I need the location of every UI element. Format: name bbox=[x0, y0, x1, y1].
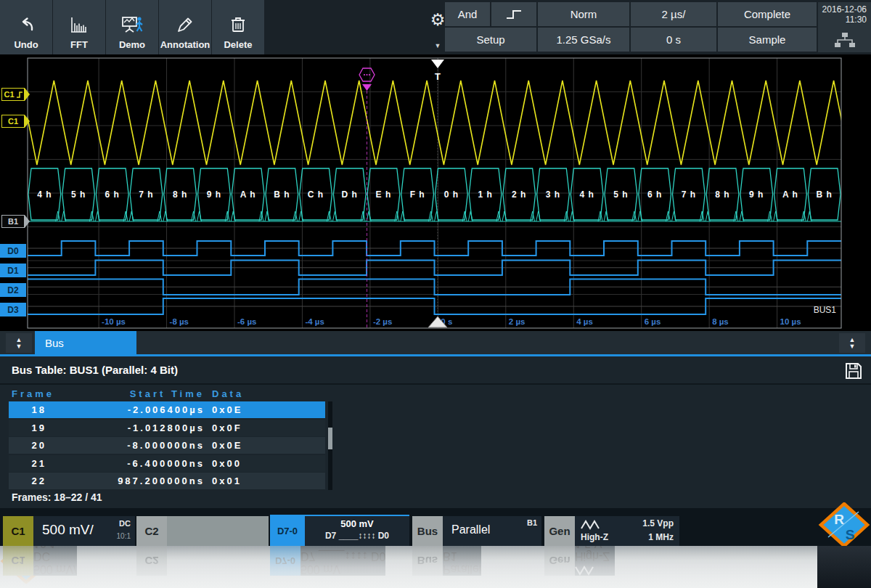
digital-d1-marker[interactable]: D1 bbox=[0, 264, 26, 277]
gen-frequency: 1 MHz bbox=[648, 532, 674, 542]
bus-table-row[interactable]: 19-1.012800µs0x0F bbox=[9, 420, 325, 436]
frames-summary: Frames: 18–22 / 41 bbox=[12, 491, 102, 503]
channel-c2-tile[interactable]: C2 bbox=[136, 516, 269, 546]
bus-name-label: BUS1 bbox=[814, 305, 837, 315]
rohde-schwarz-logo: R S bbox=[818, 502, 870, 552]
cell-data: 0x0F bbox=[212, 422, 242, 433]
time-label: -10 µs bbox=[102, 317, 126, 326]
d70-tile-label: D7-0 bbox=[270, 516, 305, 546]
delete-label: Delete bbox=[224, 39, 252, 50]
bus-frame-value: A h bbox=[782, 189, 798, 200]
time-label: 4 µs bbox=[576, 317, 593, 326]
reflection-fade bbox=[0, 546, 817, 588]
bus-table-row[interactable]: 20-8.000000ns0x0E bbox=[9, 437, 325, 454]
bus-type: Parallel bbox=[451, 523, 490, 536]
oscilloscope-screen: Undo FFT Demo Annotation bbox=[0, 0, 871, 588]
channel-c1-marker[interactable]: C1 bbox=[1, 115, 25, 128]
tab-bus[interactable]: Bus bbox=[35, 331, 136, 354]
bus-table-panel: Bus Table: BUS1 (Parallel: 4 Bit) Frame … bbox=[0, 356, 871, 508]
generator-tile[interactable]: Gen High-Z 1.5 Vpp 1 MHz bbox=[544, 516, 679, 546]
triangle-wave-icon bbox=[581, 520, 602, 533]
channel-bar: C1 500 mV/ DC 10:1 C2 D7-0 500 mV D7 ___… bbox=[0, 508, 871, 546]
d70-scale: 500 mV bbox=[305, 518, 409, 529]
c1-scale: 500 mV/ bbox=[42, 522, 94, 538]
digital-d70-tile[interactable]: D7-0 500 mV D7 ____↕↕↕↕ D0 bbox=[270, 515, 409, 546]
bus-b1-marker[interactable]: B1 bbox=[1, 215, 25, 228]
svg-text:S: S bbox=[846, 527, 855, 542]
time-label: 8 µs bbox=[712, 317, 729, 326]
gen-impedance: High-Z bbox=[581, 532, 608, 542]
cell-time: -2.006400µs bbox=[51, 404, 205, 415]
c1-coupling: DC bbox=[119, 519, 131, 528]
demo-button[interactable]: Demo bbox=[106, 0, 158, 54]
status-grid: And Norm 2 µs/ Complete Setup 1.25 GSa/s… bbox=[445, 2, 817, 52]
time-label: 2 µs bbox=[509, 317, 526, 326]
network-icon bbox=[833, 31, 857, 53]
cell-frame: 22 bbox=[9, 475, 51, 486]
cell-frame: 20 bbox=[9, 440, 51, 451]
save-icon[interactable] bbox=[843, 361, 864, 384]
time-label: -2 µs bbox=[373, 317, 392, 326]
time-label: 11:30 bbox=[818, 15, 867, 25]
bus-frame-value: 5 h bbox=[71, 189, 86, 200]
channel-c1-label: C1 bbox=[8, 117, 18, 126]
waveform-plot[interactable]: 4 h5 h6 h7 h8 h9 hA hB hC hD hE hF h0 h1… bbox=[0, 54, 871, 331]
cell-time: -1.012800µs bbox=[51, 422, 205, 433]
trigger-mode-cell[interactable]: Norm bbox=[538, 2, 629, 26]
bus-table-row[interactable]: 22987.200000ns0x01 bbox=[9, 473, 325, 489]
delete-button[interactable]: Delete bbox=[212, 0, 264, 54]
column-frame: Frame bbox=[9, 388, 51, 399]
channel-c1-tile[interactable]: C1 500 mV/ DC 10:1 bbox=[3, 516, 135, 546]
undo-button[interactable]: Undo bbox=[0, 0, 52, 54]
bus-frame-value: F h bbox=[410, 189, 425, 200]
acquisition-mode-cell[interactable]: Sample bbox=[718, 28, 817, 52]
divider bbox=[0, 383, 871, 385]
trigger-level-label: C1 bbox=[4, 90, 14, 99]
bezel-reflection: C1 500 mV/ DC 10:1 C2 D7-0 500 mV D7 ___… bbox=[0, 546, 871, 588]
cell-frame: 18 bbox=[9, 404, 51, 415]
bus-b1-label: B1 bbox=[8, 217, 18, 226]
date-label: 2016-12-06 bbox=[818, 4, 867, 15]
bus-frame-value: 7 h bbox=[139, 189, 153, 200]
bus-frame-value: 6 h bbox=[647, 189, 662, 200]
cell-frame: 21 bbox=[9, 458, 51, 469]
scrollbar-thumb[interactable] bbox=[328, 428, 332, 449]
cell-time: 987.200000ns bbox=[51, 475, 205, 486]
waveform-display[interactable]: 4 h5 h6 h7 h8 h9 hA hB hC hD hE hF h0 h1… bbox=[0, 54, 871, 331]
scrollbar[interactable] bbox=[328, 401, 332, 490]
bus-table-row[interactable]: 21-6.400000ns0x00 bbox=[9, 455, 325, 472]
d70-bit-states: D7 ____↕↕↕↕ D0 bbox=[305, 531, 409, 541]
bus-frame-value: C h bbox=[308, 189, 324, 200]
bus-frame-value: 9 h bbox=[207, 189, 221, 200]
annotation-button[interactable]: Annotation bbox=[159, 0, 211, 54]
trigger-level-marker[interactable]: C1 bbox=[1, 88, 25, 101]
trigger-logic-cell[interactable]: And bbox=[445, 2, 490, 26]
bus-table-row[interactable]: 18-2.006400µs0x0E bbox=[9, 401, 325, 418]
trash-icon bbox=[228, 10, 248, 39]
toolbar: Undo FFT Demo Annotation bbox=[0, 0, 871, 54]
tab-scroll-right-control[interactable]: ▲▼ bbox=[839, 333, 865, 353]
time-label: 6 µs bbox=[645, 317, 661, 326]
bus-frame-value: E h bbox=[376, 189, 392, 200]
digital-d2-marker[interactable]: D2 bbox=[0, 283, 26, 297]
acquisition-state-cell[interactable]: Complete bbox=[718, 2, 817, 26]
tab-scroll-left-control[interactable]: ▲▼ bbox=[6, 333, 32, 353]
trigger-t-label: T bbox=[435, 71, 441, 82]
trigger-time-marker[interactable] bbox=[431, 60, 444, 68]
bus-frame-value: 0 h bbox=[444, 189, 459, 200]
trigger-slope-cell[interactable] bbox=[491, 2, 536, 26]
setup-cell[interactable]: Setup bbox=[445, 28, 536, 52]
c2-tile-label: C2 bbox=[136, 516, 167, 546]
digital-d3-marker[interactable]: D3 bbox=[0, 303, 26, 317]
fft-button[interactable]: FFT bbox=[53, 0, 105, 54]
sample-rate-cell[interactable]: 1.25 GSa/s bbox=[538, 28, 629, 52]
bus-tile-label: Bus bbox=[412, 516, 443, 546]
horizontal-position-cell[interactable]: 0 s bbox=[631, 28, 716, 52]
demo-label: Demo bbox=[119, 39, 145, 50]
marker-dot bbox=[366, 74, 367, 75]
digital-d0-marker[interactable]: D0 bbox=[0, 244, 26, 258]
bus-tile[interactable]: Bus Parallel B1 bbox=[412, 516, 541, 546]
c1-trace bbox=[20, 81, 851, 165]
timebase-cell[interactable]: 2 µs/ bbox=[631, 2, 716, 26]
marker-dot bbox=[364, 74, 365, 75]
